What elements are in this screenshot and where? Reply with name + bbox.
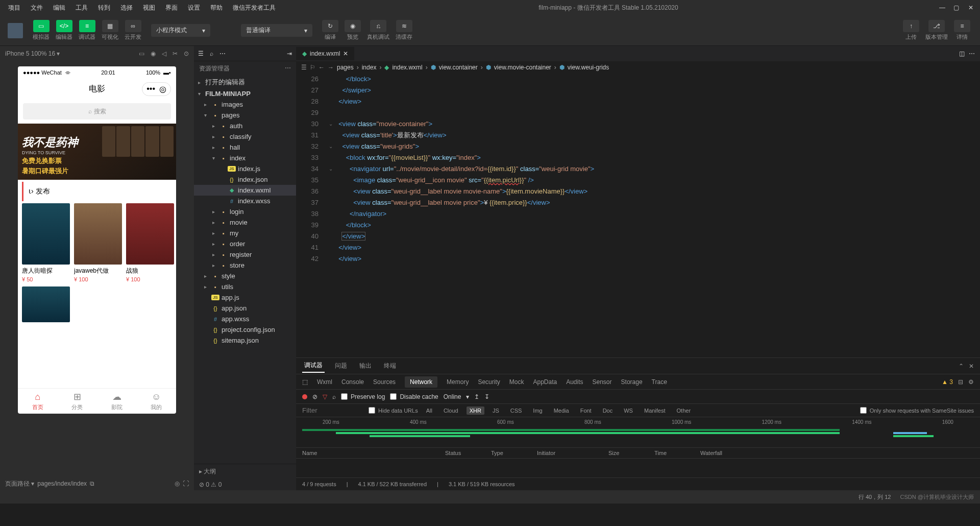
search-icon[interactable]: ⌕ xyxy=(332,393,336,400)
menu-goto[interactable]: 转到 xyxy=(94,2,114,14)
home-icon[interactable]: ⊙ xyxy=(184,50,189,57)
file-appjson[interactable]: {}app.json xyxy=(194,303,296,314)
avatar[interactable] xyxy=(8,23,23,38)
subtab-network[interactable]: Network xyxy=(405,376,437,388)
menu-dots-icon[interactable]: ••• xyxy=(146,84,155,93)
cut-icon[interactable]: ✂ xyxy=(173,50,178,57)
subtab-trace[interactable]: Trace xyxy=(652,378,667,386)
compile-select[interactable]: 普通编译▾ xyxy=(241,24,312,37)
more-icon[interactable]: ⋯ xyxy=(969,50,975,57)
breadcrumb[interactable]: ☰⚐←→ pages› index› ◆index.wxml› ⬢view.co… xyxy=(296,61,980,74)
menu-help[interactable]: 帮助 xyxy=(206,2,227,14)
record-icon[interactable] xyxy=(302,394,307,399)
folder-utils[interactable]: ▸▪utils xyxy=(194,281,296,292)
col-type[interactable]: Type xyxy=(491,450,537,456)
movie-card[interactable]: javaweb代做¥ 100 xyxy=(74,203,122,282)
mute-icon[interactable]: ◁ xyxy=(162,50,166,57)
clear-cache-button[interactable]: ≋清缓存 xyxy=(394,19,414,42)
chip-doc[interactable]: Doc xyxy=(600,407,616,415)
tab-terminal[interactable]: 终端 xyxy=(382,360,398,372)
chevron-up-icon[interactable]: ⌃ xyxy=(959,363,964,370)
collapse-icon[interactable]: ⇥ xyxy=(287,50,292,57)
remote-debug-button[interactable]: ⎌真机调试 xyxy=(365,19,391,42)
col-status[interactable]: Status xyxy=(445,450,491,456)
menu-file[interactable]: 文件 xyxy=(27,2,47,14)
menu-interface[interactable]: 界面 xyxy=(161,2,182,14)
disable-cache-checkbox[interactable] xyxy=(390,393,397,400)
more-icon[interactable]: ⋯ xyxy=(219,50,226,57)
download-icon[interactable]: ↧ xyxy=(484,393,489,400)
file-indexjs[interactable]: JSindex.js xyxy=(194,163,296,174)
open-editors[interactable]: ▸打开的编辑器 xyxy=(194,76,296,88)
file-projectconfig[interactable]: {}project.config.json xyxy=(194,324,296,335)
movie-card[interactable]: 唐人街暗探¥ 50 xyxy=(22,203,70,282)
chip-media[interactable]: Media xyxy=(551,407,572,415)
chip-img[interactable]: Img xyxy=(530,407,545,415)
search-icon[interactable]: ⌕ xyxy=(210,50,213,57)
close-panel-icon[interactable]: ✕ xyxy=(969,363,974,370)
explorer-icon[interactable]: ☰ xyxy=(198,50,204,57)
dock-icon[interactable]: ⊟ xyxy=(958,378,963,386)
maximize-button[interactable]: ▢ xyxy=(951,4,962,11)
col-name[interactable]: Name xyxy=(302,450,445,456)
split-icon[interactable]: ◫ xyxy=(959,50,965,57)
list-icon[interactable]: ☰ xyxy=(301,64,307,71)
copy-icon[interactable]: ⧉ xyxy=(90,480,94,487)
status-errors[interactable]: ⊘ 0 ⚠ 0 xyxy=(199,481,222,488)
subtab-memory[interactable]: Memory xyxy=(447,378,469,386)
subtab-wxml[interactable]: Wxml xyxy=(317,378,332,386)
tab-category[interactable]: ⊞分类 xyxy=(58,389,97,414)
bookmark-icon[interactable]: ⚐ xyxy=(310,64,315,71)
tab-output[interactable]: 输出 xyxy=(357,360,374,372)
folder-order[interactable]: ▸▪order xyxy=(194,238,296,249)
file-indexwxml[interactable]: ◆index.wxml xyxy=(194,185,296,196)
folder-index[interactable]: ▾▪index xyxy=(194,153,296,163)
subtab-appdata[interactable]: AppData xyxy=(533,378,557,386)
chip-other[interactable]: Other xyxy=(674,407,694,415)
tab-debugger[interactable]: 调试器 xyxy=(302,359,325,373)
close-tab-icon[interactable]: ✕ xyxy=(343,50,348,57)
subtab-sensor[interactable]: Sensor xyxy=(593,378,612,386)
eye-icon[interactable]: ◎ xyxy=(175,480,180,487)
folder-hall[interactable]: ▸▪hall xyxy=(194,142,296,153)
simulator-toggle[interactable]: ▭模拟器 xyxy=(31,19,52,42)
fold-column[interactable]: ⌄⌄⌄ xyxy=(327,74,335,357)
folder-login[interactable]: ▸▪login xyxy=(194,206,296,217)
menu-settings[interactable]: 设置 xyxy=(184,2,204,14)
menu-select[interactable]: 选择 xyxy=(116,2,137,14)
forward-icon[interactable]: → xyxy=(328,64,334,71)
folder-movie[interactable]: ▸▪movie xyxy=(194,217,296,228)
project-root[interactable]: ▾FILM-MINIAPP xyxy=(194,88,296,99)
folder-store[interactable]: ▸▪store xyxy=(194,260,296,271)
chip-font[interactable]: Font xyxy=(577,407,595,415)
back-icon[interactable]: ← xyxy=(318,64,325,71)
tab-problems[interactable]: 问题 xyxy=(333,360,349,372)
close-capsule-icon[interactable]: ◎ xyxy=(159,84,166,94)
file-indexwxss[interactable]: #index.wxss xyxy=(194,196,296,206)
menu-edit[interactable]: 编辑 xyxy=(49,2,69,14)
preserve-log-checkbox[interactable] xyxy=(341,393,348,400)
col-waterfall[interactable]: Waterfall xyxy=(700,450,722,456)
folder-classify[interactable]: ▸▪classify xyxy=(194,131,296,142)
upload-icon[interactable]: ↥ xyxy=(474,393,479,400)
device-select[interactable]: iPhone 5 100% 16 ▾ xyxy=(5,50,60,57)
movie-card[interactable]: 战狼¥ 100 xyxy=(126,203,174,282)
clear-icon[interactable]: ⊘ xyxy=(312,393,317,400)
subtab-storage[interactable]: Storage xyxy=(621,378,643,386)
samesite-checkbox[interactable] xyxy=(860,407,867,414)
preview-button[interactable]: ◉预览 xyxy=(342,19,363,42)
chip-js[interactable]: JS xyxy=(489,407,502,415)
col-time[interactable]: Time xyxy=(654,450,700,456)
menu-project[interactable]: 项目 xyxy=(4,2,24,14)
compile-button[interactable]: ↻编译 xyxy=(320,19,340,42)
throttle-select[interactable]: Online xyxy=(444,393,461,400)
mode-select[interactable]: 小程序模式▾ xyxy=(151,24,210,37)
cloud-button[interactable]: ∞云开发 xyxy=(122,19,143,42)
folder-my[interactable]: ▸▪my xyxy=(194,228,296,238)
chip-manifest[interactable]: Manifest xyxy=(641,407,669,415)
warning-badge[interactable]: ▲ 3 xyxy=(942,378,953,386)
search-input[interactable]: ⌕搜索 xyxy=(23,103,171,119)
phone-simulator[interactable]: ●●●●● WeChat⌯ 20:01 100%▬▪ 电影 •••◎ ⌕搜索 我… xyxy=(18,66,176,414)
menu-tools[interactable]: 工具 xyxy=(71,2,92,14)
close-button[interactable]: ✕ xyxy=(966,4,976,11)
